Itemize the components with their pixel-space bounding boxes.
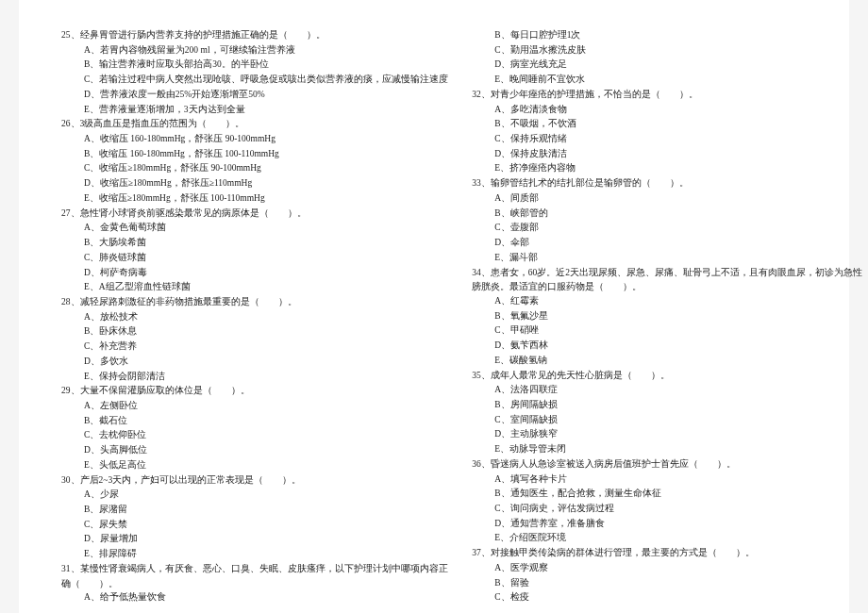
question-option: E、头低足高位 bbox=[61, 458, 448, 472]
question-option: D、主动脉狭窄 bbox=[472, 427, 862, 441]
question-option: B、输注营养液时应取头部抬高30。的半卧位 bbox=[61, 58, 448, 72]
question-option: D、头高脚低位 bbox=[61, 443, 448, 457]
question-option: D、收缩压≥180mmHg，舒张压≥110mmHg bbox=[61, 176, 448, 191]
question-option: C、若输注过程中病人突然出现呛咳、呼吸急促或咳出类似营养液的痰，应减慢输注速度 bbox=[61, 73, 448, 87]
question-option: C、尿失禁 bbox=[61, 518, 448, 532]
question-option: A、若胃内容物残留量为200 ml，可继续输注营养液 bbox=[61, 43, 448, 58]
question-option: D、通知营养室，准备膳食 bbox=[472, 517, 862, 531]
question-stem: 26、3级高血压是指血压的范围为（ ）。 bbox=[61, 117, 448, 131]
question-option: D、多饮水 bbox=[61, 355, 448, 369]
question-stem: 32、对青少年痤疮的护理措施，不恰当的是（ ）。 bbox=[472, 88, 862, 102]
question-option: E、漏斗部 bbox=[472, 251, 862, 265]
question-option: E、介绍医院环境 bbox=[472, 531, 862, 545]
question-option: E、排尿障碍 bbox=[61, 547, 448, 561]
question-option: A、给予低热量饮食 bbox=[61, 590, 448, 605]
question-stem: 28、减轻尿路刺激征的非药物措施最重要的是（ ）。 bbox=[61, 295, 448, 309]
question-option: E、营养液量逐渐增加，3天内达到全量 bbox=[61, 103, 448, 117]
question-option: C、询问病史，评估发病过程 bbox=[472, 502, 862, 516]
question-option: B、卧床休息 bbox=[61, 324, 448, 339]
question-option: A、收缩压 160-180mmHg，舒张压 90-100mmHg bbox=[61, 132, 448, 146]
question-stem: 33、输卵管结扎术的结扎部位是输卵管的（ ）。 bbox=[472, 176, 862, 191]
question-stem: 35、成年人最常见的先天性心脏病是（ ）。 bbox=[472, 369, 862, 383]
question-option: B、留验 bbox=[472, 576, 862, 590]
question-option: A、法洛四联症 bbox=[472, 383, 862, 397]
question-option: B、大肠埃希菌 bbox=[61, 236, 448, 250]
question-option: A、医学观察 bbox=[472, 561, 862, 575]
question-option: D、保持皮肤清洁 bbox=[472, 147, 862, 161]
question-option: E、碳酸氢钠 bbox=[472, 354, 862, 368]
question-option: B、尿潴留 bbox=[61, 503, 448, 517]
question-option: C、肺炎链球菌 bbox=[61, 251, 448, 265]
question-stem: 34、患者女，60岁。近2天出现尿频、尿急、尿痛、耻骨弓上不适，且有肉眼血尿，初… bbox=[472, 266, 862, 280]
question-option: E、A组乙型溶血性链球菌 bbox=[61, 280, 448, 294]
question-option: A、金黄色葡萄球菌 bbox=[61, 221, 448, 235]
two-column-layout: 25、经鼻胃管进行肠内营养支持的护理措施正确的是（ ）。A、若胃内容物残留量为2… bbox=[61, 28, 807, 605]
question-stem: 36、昏迷病人从急诊室被送入病房后值班护士首先应（ ）。 bbox=[472, 457, 862, 472]
question-option: C、去枕仰卧位 bbox=[61, 428, 448, 442]
question-option: E、保持会阴部清洁 bbox=[61, 370, 448, 384]
question-option: C、保持乐观情绪 bbox=[472, 132, 862, 146]
question-option: A、红霉素 bbox=[472, 294, 862, 308]
question-option: B、氧氟沙星 bbox=[472, 309, 862, 323]
question-option: D、氨苄西林 bbox=[472, 339, 862, 353]
question-stem-continued: 确（ ）。 bbox=[61, 577, 448, 591]
question-option: A、间质部 bbox=[472, 191, 862, 206]
question-stem: 25、经鼻胃管进行肠内营养支持的护理措施正确的是（ ）。 bbox=[61, 28, 448, 42]
question-stem: 27、急性肾小球肾炎前驱感染最常见的病原体是（ ）。 bbox=[61, 207, 448, 221]
document-page: 25、经鼻胃管进行肠内营养支持的护理措施正确的是（ ）。A、若胃内容物残留量为2… bbox=[19, 0, 849, 613]
question-option: A、多吃清淡食物 bbox=[472, 103, 862, 117]
question-option: C、检疫 bbox=[472, 590, 862, 605]
question-option: E、晚间睡前不宜饮水 bbox=[472, 73, 862, 87]
question-option: D、柯萨奇病毒 bbox=[61, 266, 448, 280]
question-option: C、室间隔缺损 bbox=[472, 413, 862, 427]
question-option: D、伞部 bbox=[472, 236, 862, 250]
question-option: C、补充营养 bbox=[61, 340, 448, 354]
question-option: C、勤用温水擦洗皮肤 bbox=[472, 43, 862, 58]
question-option: E、收缩压≥180mmHg，舒张压 100-110mmHg bbox=[61, 191, 448, 206]
question-stem: 37、对接触甲类传染病的群体进行管理，最主要的方式是（ ）。 bbox=[472, 546, 862, 560]
question-option: B、不吸烟，不饮酒 bbox=[472, 117, 862, 131]
question-option: C、收缩压≥180mmHg，舒张压 90-100mmHg bbox=[61, 161, 448, 175]
question-option: B、房间隔缺损 bbox=[472, 398, 862, 412]
question-option: B、通知医生，配合抢救，测量生命体征 bbox=[472, 487, 862, 501]
question-stem-continued: 膀胱炎。最适宜的口服药物是（ ）。 bbox=[472, 280, 862, 294]
question-option: A、左侧卧位 bbox=[61, 399, 448, 413]
question-option: D、病室光线充足 bbox=[472, 58, 862, 72]
question-option: B、每日口腔护理1次 bbox=[472, 28, 862, 42]
question-option: A、少尿 bbox=[61, 488, 448, 502]
question-option: A、放松技术 bbox=[61, 310, 448, 324]
question-option: B、截石位 bbox=[61, 414, 448, 428]
question-stem: 31、某慢性肾衰竭病人，有厌食、恶心、口臭、失眠、皮肤瘙痒，以下护理计划中哪项内… bbox=[61, 562, 448, 576]
question-option: C、壶腹部 bbox=[472, 221, 862, 235]
question-option: B、峡部管的 bbox=[472, 207, 862, 221]
question-option: B、收缩压 160-180mmHg，舒张压 100-110mmHg bbox=[61, 147, 448, 161]
question-option: E、挤净痤疮内容物 bbox=[472, 161, 862, 175]
question-option: D、营养液浓度一般由25%开始逐渐增至50% bbox=[61, 88, 448, 102]
question-option: C、甲硝唑 bbox=[472, 323, 862, 338]
question-option: E、动脉导管未闭 bbox=[472, 442, 862, 456]
question-option: A、填写各种卡片 bbox=[472, 472, 862, 487]
right-column: B、每日口腔护理1次C、勤用温水擦洗皮肤D、病室光线充足E、晚间睡前不宜饮水32… bbox=[472, 28, 862, 605]
left-column: 25、经鼻胃管进行肠内营养支持的护理措施正确的是（ ）。A、若胃内容物残留量为2… bbox=[61, 28, 448, 605]
question-stem: 30、产后2~3天内，产妇可以出现的正常表现是（ ）。 bbox=[61, 473, 448, 488]
question-stem: 29、大量不保留灌肠应取的体位是（ ）。 bbox=[61, 384, 448, 398]
question-option: D、尿量增加 bbox=[61, 532, 448, 546]
